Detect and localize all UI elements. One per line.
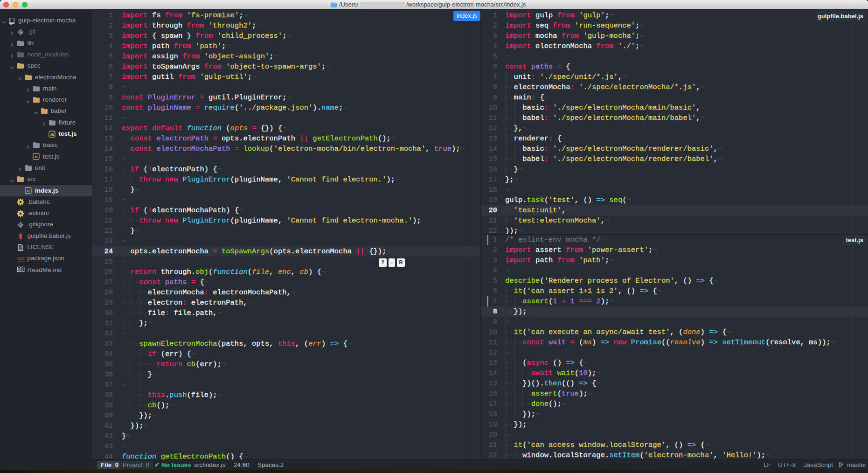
- svg-text:JS: JS: [34, 155, 38, 159]
- svg-text:JS: JS: [50, 132, 54, 137]
- svg-text:npm: npm: [18, 257, 24, 261]
- svg-text:JS: JS: [26, 189, 30, 193]
